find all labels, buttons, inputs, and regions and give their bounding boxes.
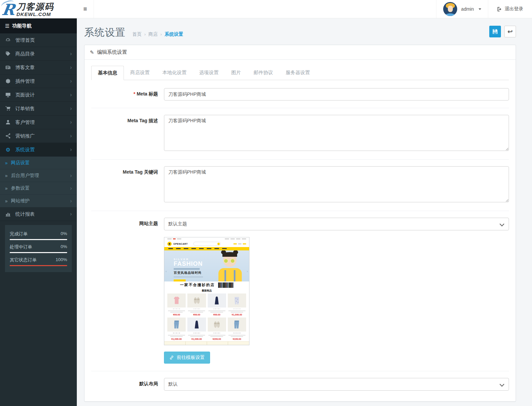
sidebar-toggle-button[interactable]: ≡: [77, 0, 94, 18]
floppy-save-icon: [492, 29, 498, 34]
pencil-icon: ✎: [90, 49, 94, 55]
storefront-search: [193, 242, 221, 246]
sidebar-item-maintenance[interactable]: » 网站维护 ›: [0, 195, 77, 207]
page-title: 系统设置: [84, 26, 126, 39]
brand-name: 刀客源码: [16, 2, 54, 11]
storefront-name: OPENCART: [173, 243, 188, 245]
double-angle-icon: »: [5, 160, 8, 166]
sidebar-item-catalog[interactable]: 商品目录 ›: [0, 47, 77, 61]
breadcrumb-store[interactable]: 商店: [148, 31, 158, 37]
clothing-rack-photo: [218, 282, 233, 288]
double-angle-icon: »: [5, 198, 8, 204]
link-icon: [169, 355, 174, 360]
desktop-icon: [5, 92, 11, 97]
username: admin: [461, 6, 474, 12]
go-to-template-settings-button[interactable]: 前往模板设置: [164, 352, 210, 364]
sidebar-item-blog[interactable]: 博客文章 ›: [0, 61, 77, 74]
brand-domain: DKEWL.COM: [16, 11, 54, 17]
tab-server[interactable]: 服务器设置: [280, 66, 317, 80]
dashboard-icon: [5, 37, 11, 43]
sidebar-item-marketing[interactable]: 营销推广 ›: [0, 129, 77, 143]
chevron-right-icon: ›: [70, 106, 72, 111]
panel-heading-title: 编辑系统设置: [97, 49, 127, 55]
chevron-right-icon: ›: [70, 133, 72, 139]
stat-bar-completed: [10, 239, 67, 240]
admin-app: R 刀客源码 DKEWL.COM ☰ 功能导航 管理首页 商品目录 › 博客文章: [0, 0, 532, 406]
tab-store[interactable]: 商店设置: [124, 66, 156, 80]
sidebar-item-extensions[interactable]: 插件管理 ›: [0, 74, 77, 88]
sidebar: R 刀客源码 DKEWL.COM ☰ 功能导航 管理首页 商品目录 › 博客文章: [0, 0, 77, 406]
product-card: ¥1,099.00: [167, 318, 186, 340]
sidebar-item-parameters[interactable]: » 参数设置 ›: [0, 182, 77, 195]
tab-local[interactable]: 本地化设置: [156, 66, 193, 80]
meta-description-textarea[interactable]: 刀客源码PHP商城: [164, 115, 509, 151]
puzzle-icon: [5, 78, 11, 84]
product-card: ¥99.00: [187, 293, 206, 316]
sidebar-item-sales[interactable]: 订单销售 ›: [0, 102, 77, 116]
caret-down-icon: [479, 8, 481, 10]
back-button[interactable]: ↩: [504, 26, 516, 37]
logout-icon: [497, 7, 502, 12]
user-menu[interactable]: admin: [436, 0, 488, 18]
chevron-right-icon: ›: [70, 186, 72, 191]
meta-description-group: Meta Tag 描述 刀客源码PHP商城: [91, 108, 509, 160]
settings-panel: ✎ 编辑系统设置 基本信息 商店设置 本地化设置 选项设置 图片 邮件协议 服务…: [84, 45, 516, 402]
double-angle-icon: »: [5, 173, 8, 178]
meta-title-input[interactable]: [164, 88, 509, 100]
sidebar-nav-header: ☰ 功能导航: [0, 18, 77, 33]
tab-general[interactable]: 基本信息: [91, 66, 124, 80]
breadcrumb-home[interactable]: 首页: [132, 31, 142, 37]
chevron-right-icon: ›: [70, 173, 72, 178]
product-card: ¥99.00: [208, 293, 226, 316]
product-card: ¥1,099.00: [187, 318, 206, 340]
tab-option[interactable]: 选项设置: [193, 66, 225, 80]
newspaper-icon: [5, 65, 11, 70]
meta-keyword-label: Meta Tag 关键词: [91, 166, 164, 203]
sidebar-item-store-settings[interactable]: » 网店设置: [0, 157, 77, 169]
chevron-right-icon: ›: [70, 78, 72, 84]
settings-tabs: 基本信息 商店设置 本地化设置 选项设置 图片 邮件协议 服务器设置: [91, 66, 509, 80]
sidebar-menu: 管理首页 商品目录 › 博客文章 › 插件管理 › 页面设计 ›: [0, 33, 77, 157]
sidebar-item-dashboard[interactable]: 管理首页: [0, 33, 77, 47]
menu-bars-icon: ☰: [5, 23, 9, 29]
stat-value: 0%: [60, 244, 67, 250]
theme-preview-image: OPENCART ‹ ›: [164, 237, 249, 345]
stat-bar-other: [10, 265, 67, 266]
stat-processing-orders: 处理中订单 0%: [10, 244, 67, 250]
storefront-nav: [164, 247, 249, 250]
theme-select[interactable]: 默认主题: [164, 218, 509, 230]
chevron-right-icon: ›: [70, 147, 72, 152]
brand-logo[interactable]: R 刀客源码 DKEWL.COM: [0, 0, 77, 18]
theme-label: 网站主题: [91, 218, 164, 364]
chevron-right-icon: ›: [70, 51, 72, 56]
sidebar-item-design[interactable]: 页面设计 ›: [0, 88, 77, 102]
sidebar-item-admin-users[interactable]: » 后台用户管理 ›: [0, 169, 77, 182]
storefront-hero-banner: ‹ › SILVER FASHION 百变风格品味时尚: [164, 250, 249, 282]
meta-title-label: Meta 标题: [137, 91, 158, 96]
general-settings-form: *Meta 标题 Meta Tag 描述 刀客源码PHP商城: [91, 80, 509, 398]
tag-icon: [5, 51, 11, 56]
meta-title-group: *Meta 标题: [91, 81, 509, 108]
sidebar-item-customers[interactable]: 客户管理 ›: [0, 116, 77, 129]
theme-group: 网站主题 默认主题: [91, 211, 509, 371]
tab-image[interactable]: 图片: [225, 66, 247, 80]
sidebar-item-reports[interactable]: 统计报表 ›: [0, 207, 77, 221]
layout-select[interactable]: 默认: [164, 378, 509, 391]
meta-keyword-textarea[interactable]: 刀客源码PHP商城: [164, 166, 509, 202]
product-card: ¥99.00: [167, 293, 186, 316]
save-button[interactable]: [489, 26, 501, 37]
stat-value: 0%: [60, 231, 67, 237]
required-asterisk: *: [134, 91, 135, 96]
double-angle-icon: »: [5, 186, 8, 191]
layout-group: 默认布局 默认: [91, 371, 509, 398]
reply-arrow-icon: ↩: [508, 28, 513, 35]
stat-other-orders: 其它状态订单 100%: [10, 257, 67, 263]
logo-mark-icon: R: [1, 2, 16, 17]
tab-mail[interactable]: 邮件协议: [247, 66, 280, 80]
breadcrumb-current[interactable]: 系统设置: [165, 31, 183, 37]
logout-button[interactable]: 退出登录: [488, 0, 532, 18]
sidebar-item-system[interactable]: ⚙ 系统设置 ›: [0, 143, 77, 157]
chevron-right-icon: ›: [70, 198, 72, 204]
hero-model-figure: [216, 250, 244, 282]
chevron-right-icon: ›: [70, 120, 72, 125]
